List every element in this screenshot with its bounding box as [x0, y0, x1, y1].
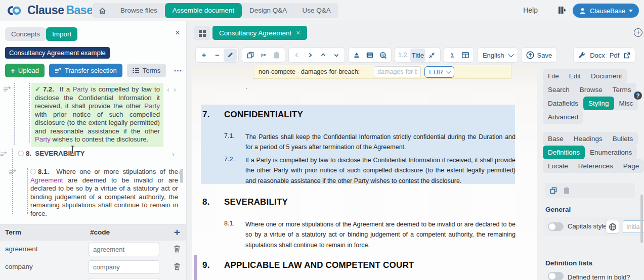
tab-concepts[interactable]: Concepts	[5, 27, 46, 41]
term-code-input[interactable]	[89, 260, 159, 274]
expand-right-icon[interactable]: ›	[174, 85, 176, 94]
trash-icon[interactable]	[174, 245, 181, 253]
styling-locale[interactable]: Locale	[543, 159, 573, 173]
nav-assemble-document[interactable]: Assemble document	[165, 3, 242, 18]
locale-globe-button[interactable]	[606, 220, 619, 234]
capitals-style-toggle[interactable]	[548, 222, 564, 231]
nav-browse-files[interactable]: Browse files	[113, 3, 165, 18]
language-select[interactable]: English	[477, 48, 518, 63]
nav-up-button[interactable]	[317, 49, 330, 62]
datafield-input[interactable]	[374, 66, 421, 77]
transfer-clause-icon[interactable]	[3, 86, 11, 93]
menu-styling[interactable]: Styling	[583, 97, 614, 110]
document-tab[interactable]: Consultancy Agreement ×	[212, 26, 307, 40]
transfer-selection-button[interactable]: Transfer selection	[49, 64, 122, 77]
close-panel-icon[interactable]: ×	[175, 28, 180, 37]
split-clause-button[interactable]: ✂	[446, 49, 459, 62]
transfer-clause-icon[interactable]	[9, 169, 17, 176]
export-pdf-button[interactable]: Pdf	[610, 52, 620, 59]
term-link[interactable]: Party	[35, 135, 51, 143]
nav-prev-button[interactable]	[290, 49, 304, 62]
term-code-input[interactable]	[89, 278, 159, 280]
term-link[interactable]: Party	[72, 85, 88, 93]
paste-style-icon[interactable]	[564, 187, 570, 194]
highlight-button[interactable]	[350, 49, 363, 62]
home-button[interactable]	[92, 7, 113, 15]
left-panel-scrollbar[interactable]	[180, 169, 183, 183]
menu-document[interactable]: Document	[586, 69, 627, 83]
menu-advanced[interactable]: Advanced	[543, 110, 583, 124]
add-clause-button[interactable]: +	[197, 49, 210, 62]
export-docx-button[interactable]: Docx	[590, 52, 605, 59]
trash-icon[interactable]	[174, 262, 181, 270]
help-circle-icon[interactable]: ?	[634, 91, 642, 100]
styling-base[interactable]: Base	[543, 132, 569, 146]
table-button[interactable]	[459, 49, 472, 62]
datafield-label: non-compete - damages-for-breach:	[259, 68, 360, 75]
currency-select[interactable]: EUR	[424, 66, 454, 78]
menu-edit[interactable]: Edit	[564, 69, 586, 83]
copy-button[interactable]	[244, 49, 257, 62]
menu-file[interactable]: File	[543, 69, 564, 83]
styling-references[interactable]: References	[573, 159, 618, 173]
svg-text:Q: Q	[381, 53, 384, 57]
tab-import[interactable]: Import	[46, 27, 77, 41]
clause-state-icon[interactable]	[18, 151, 24, 156]
nav-next-button[interactable]	[304, 49, 317, 62]
more-options-icon[interactable]: ⋯	[174, 66, 182, 75]
user-menu-button[interactable]: ClauseBase	[573, 4, 639, 18]
styling-page[interactable]: Page	[618, 159, 644, 173]
term-link[interactable]: Agreement	[30, 176, 63, 184]
clause-7-2-preview[interactable]: ✓7.2. If a Party is compelled by law to …	[31, 83, 163, 147]
transfer-clause-icon[interactable]	[0, 151, 7, 158]
nav-design-qa[interactable]: Design Q&A	[242, 3, 294, 18]
styling-enumerations[interactable]: Enumerations	[585, 146, 637, 159]
right-panel-scrollbar[interactable]	[640, 195, 643, 243]
copy-style-icon[interactable]	[550, 187, 557, 194]
styling-bullets[interactable]: Bullets	[608, 132, 638, 146]
upload-button[interactable]: + Upload	[5, 64, 45, 77]
terms-button[interactable]: Terms	[127, 64, 166, 77]
add-term-button[interactable]: +	[174, 226, 180, 239]
document-view[interactable]: non-compete - damages-for-breach: EUR . …	[192, 65, 537, 280]
styling-headings[interactable]: Headings	[569, 132, 608, 146]
navigate-group	[288, 48, 345, 63]
paste-button[interactable]	[270, 49, 283, 62]
styling-definitions[interactable]: Definitions	[543, 146, 585, 159]
menu-browse[interactable]: Browse	[575, 83, 608, 97]
nav-use-qa[interactable]: Use Q&A	[294, 3, 338, 18]
panel-columns-icon[interactable]	[557, 6, 567, 15]
save-button[interactable]: Save	[521, 48, 557, 63]
clause-title: SEVERABILITY	[35, 150, 84, 157]
capitals-style-row: Capitals style	[543, 217, 639, 236]
quick-search-button[interactable]: Q	[376, 49, 390, 62]
layout-lines-button[interactable]	[363, 49, 376, 62]
clause-state-icon[interactable]	[30, 169, 36, 174]
copy-icon	[247, 52, 254, 59]
menu-terms[interactable]: Terms	[608, 83, 636, 97]
menu-misc[interactable]: Misc	[614, 97, 638, 110]
edit-pencil-button[interactable]	[224, 49, 237, 62]
remove-clause-button[interactable]: −	[210, 49, 224, 62]
home-icon	[99, 7, 106, 15]
nav-down-button[interactable]	[330, 49, 343, 62]
expand-right-icon[interactable]: ›	[172, 150, 175, 158]
menu-search[interactable]: Search	[543, 83, 575, 97]
collapse-left-icon[interactable]: ‹	[167, 85, 169, 94]
collapse-all-button[interactable]	[425, 49, 439, 62]
title-view-toggle[interactable]: Title	[410, 49, 425, 62]
add-panel-icon[interactable]: +	[634, 28, 642, 37]
menu-datafields[interactable]: Datafields	[543, 97, 583, 110]
external-link-icon[interactable]	[624, 52, 630, 59]
help-link[interactable]: Help	[523, 6, 538, 14]
clausebase-logo[interactable]: ClauseBase	[6, 4, 93, 17]
cut-button[interactable]: ✂	[257, 49, 270, 62]
term-link[interactable]: Party	[144, 102, 160, 110]
defined-term-bold-toggle[interactable]	[548, 272, 564, 280]
close-tab-icon[interactable]: ×	[296, 29, 300, 37]
clause-8-heading[interactable]: 8. SEVERABILITY	[18, 150, 160, 158]
numbering-toggle[interactable]: 1.2.	[397, 49, 410, 62]
clause-8-1-preview[interactable]: 8.1. Where one or more stipulations of t…	[30, 168, 178, 218]
documents-grid-button[interactable]	[194, 26, 210, 40]
term-code-input[interactable]	[89, 243, 159, 256]
